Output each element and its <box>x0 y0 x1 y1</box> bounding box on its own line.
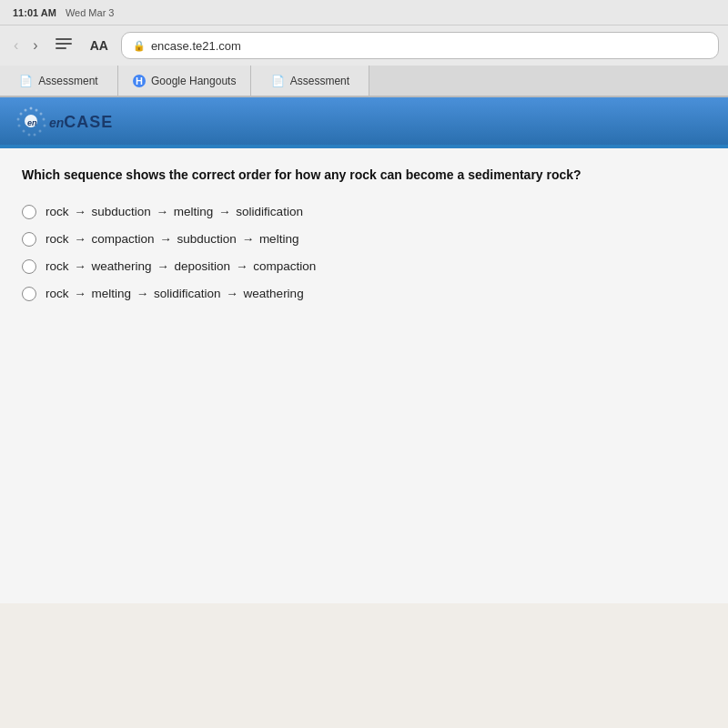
encase-header: en enCASE <box>0 97 728 145</box>
svg-point-15 <box>44 125 46 127</box>
logo-burst-icon: en <box>15 105 47 137</box>
tab-assessment-1[interactable]: 📄 Assessment <box>0 66 118 96</box>
list-item: rock → melting → solidification → weathe… <box>22 287 706 301</box>
list-item: rock → subduction → melting → solidifica… <box>22 205 706 219</box>
bookmarks-button[interactable] <box>50 36 77 56</box>
status-bar: 11:01 AM Wed Mar 3 <box>0 0 728 25</box>
svg-point-9 <box>17 118 20 121</box>
svg-point-13 <box>34 134 36 136</box>
radio-option-4[interactable] <box>22 287 36 301</box>
assessment-content: Which sequence shows the correct order f… <box>0 148 728 603</box>
encase-logo: en enCASE <box>15 105 113 137</box>
aa-label[interactable]: AA <box>85 36 114 55</box>
svg-rect-2 <box>56 47 66 49</box>
blank-area <box>0 603 728 728</box>
svg-point-10 <box>18 125 21 127</box>
svg-point-12 <box>28 134 31 136</box>
svg-text:en: en <box>27 118 37 127</box>
tab-google-hangouts[interactable]: H Google Hangouts <box>118 66 251 96</box>
url-text: encase.te21.com <box>151 39 241 53</box>
logo-en: en <box>49 116 64 130</box>
tab-label-1: Assessment <box>38 75 97 87</box>
list-item: rock → compaction → subduction → melting <box>22 232 706 247</box>
tab-icon-1: 📄 <box>19 75 33 87</box>
svg-point-8 <box>20 113 23 116</box>
svg-point-7 <box>25 109 27 112</box>
tab-label-google: Google Hangouts <box>151 75 236 87</box>
radio-option-1[interactable] <box>22 205 36 219</box>
svg-point-11 <box>23 130 25 133</box>
option-text-4: rock → melting → solidification → weathe… <box>46 287 304 300</box>
svg-point-14 <box>39 130 42 133</box>
page-content: en enCASE Which sequence shows the corre… <box>0 97 728 728</box>
tab-label-3: Assessment <box>290 75 349 87</box>
back-button[interactable]: ‹ <box>9 36 23 55</box>
status-date: Wed Mar 3 <box>66 7 115 18</box>
browser-toolbar: ‹ › AA 🔒 encase.te21.com <box>0 25 728 66</box>
url-bar[interactable]: 🔒 encase.te21.com <box>121 32 719 59</box>
nav-buttons: ‹ › <box>9 36 43 55</box>
browser-tabs: 📄 Assessment H Google Hangouts 📄 Assessm… <box>0 66 728 96</box>
list-item: rock → weathering → deposition → compact… <box>22 259 706 274</box>
option-text-2: rock → compaction → subduction → melting <box>46 232 298 246</box>
tab-icon-3: 📄 <box>271 75 285 87</box>
bookmarks-icon <box>56 38 72 51</box>
logo-case: CASE <box>64 113 113 131</box>
tab-icon-google: H <box>133 75 146 87</box>
tab-assessment-2[interactable]: 📄 Assessment <box>251 66 369 96</box>
options-list: rock → subduction → melting → solidifica… <box>22 205 706 301</box>
option-text-1: rock → subduction → melting → solidifica… <box>46 205 303 218</box>
logo-text: enCASE <box>49 112 113 130</box>
question-text: Which sequence shows the correct order f… <box>22 167 706 185</box>
svg-rect-1 <box>56 43 72 45</box>
option-text-3: rock → weathering → deposition → compact… <box>46 259 316 273</box>
svg-point-4 <box>35 109 38 112</box>
svg-rect-0 <box>56 38 72 40</box>
radio-option-3[interactable] <box>22 259 36 274</box>
lock-icon: 🔒 <box>133 40 146 52</box>
svg-point-6 <box>43 118 46 121</box>
svg-point-3 <box>30 107 33 110</box>
svg-point-5 <box>40 113 43 116</box>
browser-chrome: ‹ › AA 🔒 encase.te21.com 📄 <box>0 25 728 97</box>
forward-button[interactable]: › <box>28 36 42 55</box>
status-time: 11:01 AM <box>13 7 56 18</box>
device-frame: 11:01 AM Wed Mar 3 ‹ › AA 🔒 <box>0 0 728 728</box>
radio-option-2[interactable] <box>22 232 36 247</box>
